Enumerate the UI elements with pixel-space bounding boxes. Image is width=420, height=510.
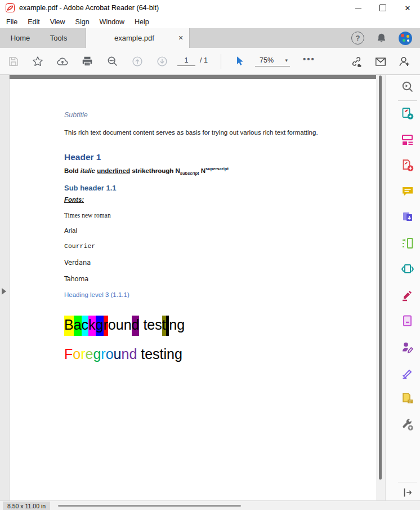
status-bar: 8.50 x 11.00 in	[0, 500, 420, 510]
email-icon[interactable]	[374, 55, 387, 68]
doc-font-sample-tahoma: Tahoma	[64, 275, 88, 283]
minimize-icon	[355, 8, 361, 8]
export-pdf-icon[interactable]	[400, 107, 415, 121]
share-link-icon[interactable]	[350, 55, 363, 68]
collapse-panel-icon[interactable]	[400, 485, 415, 500]
menu-help[interactable]: Help	[129, 16, 154, 28]
vertical-scrollbar-thumb[interactable]	[379, 76, 382, 480]
star-favorite-icon[interactable]	[32, 55, 44, 68]
comment-icon[interactable]	[400, 184, 415, 199]
doc-fonts-label: Fonts:	[64, 196, 84, 203]
send-for-comments-icon[interactable]	[400, 392, 415, 406]
search-tools-icon[interactable]	[400, 79, 415, 94]
doc-subheader: Sub header 1.1	[64, 184, 116, 192]
doc-font-sample-verdana: Verdana	[64, 259, 91, 267]
page-total-label: / 1	[200, 56, 208, 66]
sidebar-bottom-divider	[398, 482, 417, 482]
toolbar-divider	[221, 54, 221, 69]
doc-background-testing: Background testing	[64, 316, 185, 336]
menu-sign[interactable]: Sign	[70, 16, 95, 28]
doc-intro-paragraph: This rich text document content serves a…	[64, 129, 318, 136]
more-tools-icon[interactable]	[400, 418, 415, 432]
menu-view[interactable]: View	[45, 16, 70, 28]
protect-pdf-icon[interactable]	[400, 314, 415, 329]
menu-file[interactable]: File	[1, 16, 23, 28]
zoom-level: 75%	[260, 56, 274, 64]
sidebar-divider	[398, 100, 417, 101]
acrobat-logo-icon	[6, 3, 15, 12]
page-number-input[interactable]	[177, 55, 195, 66]
add-account-icon[interactable]	[398, 55, 410, 68]
zoom-dropdown[interactable]: 75% ▾	[255, 55, 290, 66]
doc-subtitle: Subtitle	[64, 111, 88, 119]
close-button[interactable]: ✕	[395, 0, 420, 16]
create-pdf-icon[interactable]	[400, 158, 415, 173]
window-title: example.pdf - Adobe Acrobat Reader (64-b…	[19, 4, 159, 12]
doc-font-sample-arial: Arial	[64, 227, 77, 234]
doc-rich-formatting-line: Bold italic underlined strikethrough Nsu…	[64, 166, 229, 176]
doc-header1: Header 1	[64, 152, 101, 162]
doc-font-sample-courrier: Courrier	[64, 242, 95, 250]
left-panel-strip	[0, 75, 10, 500]
chevron-down-icon: ▾	[285, 57, 288, 63]
fill-and-sign-icon[interactable]	[400, 366, 415, 380]
save-icon[interactable]	[7, 55, 20, 68]
search-icon[interactable]	[106, 55, 119, 68]
cloud-upload-icon[interactable]	[56, 55, 69, 68]
tab-bar: Home Tools example.pdf ✕ ?	[0, 28, 420, 48]
minimize-button[interactable]	[346, 0, 370, 16]
maximize-button[interactable]	[370, 0, 395, 16]
close-icon: ✕	[405, 5, 411, 12]
doc-foreground-testing: Foreground testing	[64, 346, 182, 362]
combine-files-icon[interactable]	[400, 210, 415, 225]
edit-pdf-icon[interactable]	[400, 132, 415, 147]
tab-close-icon[interactable]: ✕	[175, 32, 187, 45]
profile-avatar[interactable]	[399, 32, 412, 45]
menu-bar: File Edit View Sign Window Help	[0, 16, 420, 28]
horizontal-scrollbar-thumb[interactable]	[58, 505, 241, 507]
title-bar: example.pdf - Adobe Acrobat Reader (64-b…	[0, 0, 420, 16]
tab-document[interactable]: example.pdf ✕	[86, 28, 190, 48]
page-size-label: 8.50 x 11.00 in	[3, 502, 50, 510]
help-icon[interactable]: ?	[351, 32, 364, 45]
select-pointer-icon[interactable]	[234, 55, 246, 68]
page-up-icon[interactable]	[131, 55, 144, 68]
request-signatures-icon[interactable]	[400, 340, 415, 354]
document-tab-label: example.pdf	[86, 34, 175, 42]
menu-edit[interactable]: Edit	[23, 16, 45, 28]
more-options-icon[interactable]: •••	[303, 54, 315, 64]
vertical-scrollbar[interactable]	[376, 75, 385, 500]
page-down-icon[interactable]	[156, 55, 168, 68]
maximize-icon	[379, 5, 386, 11]
tools-sidebar	[385, 75, 420, 500]
tab-tools[interactable]: Tools	[41, 28, 77, 48]
expand-left-panel-icon[interactable]	[2, 288, 6, 295]
organize-pages-icon[interactable]	[400, 236, 415, 251]
bell-icon[interactable]	[376, 32, 387, 44]
doc-font-sample-times: Times new roman	[64, 212, 111, 219]
print-icon[interactable]	[81, 55, 93, 68]
tab-home[interactable]: Home	[0, 28, 41, 48]
pdf-page[interactable]: Subtitle This rich text document content…	[10, 79, 376, 500]
toolbar: / 1 75% ▾ •••	[0, 48, 420, 75]
menu-window[interactable]: Window	[95, 16, 129, 28]
compress-pdf-icon[interactable]	[400, 262, 415, 277]
redact-icon[interactable]	[400, 288, 415, 303]
doc-heading3: Heading level 3 (1.1.1)	[64, 291, 129, 298]
document-viewport: Subtitle This rich text document content…	[0, 75, 420, 500]
